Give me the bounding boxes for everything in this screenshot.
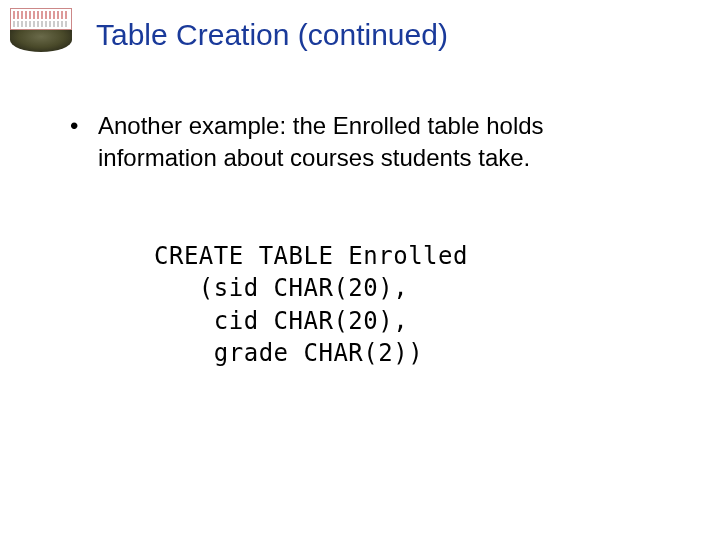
bullet-marker: •: [64, 110, 98, 175]
code-line: grade CHAR(2)): [154, 339, 423, 367]
bullet-list: • Another example: the Enrolled table ho…: [64, 110, 624, 175]
code-line: (sid CHAR(20),: [154, 274, 408, 302]
logo-screenshot-thumbnail: [10, 8, 72, 30]
logo-disk-icon: [10, 30, 72, 52]
bullet-item: • Another example: the Enrolled table ho…: [64, 110, 624, 175]
code-line: CREATE TABLE Enrolled: [154, 242, 468, 270]
bullet-text: Another example: the Enrolled table hold…: [98, 110, 624, 175]
slide-logo: [10, 8, 72, 52]
code-line: cid CHAR(20),: [154, 307, 408, 335]
sql-code-block: CREATE TABLE Enrolled (sid CHAR(20), cid…: [154, 240, 468, 370]
slide-title: Table Creation (continued): [96, 18, 448, 52]
